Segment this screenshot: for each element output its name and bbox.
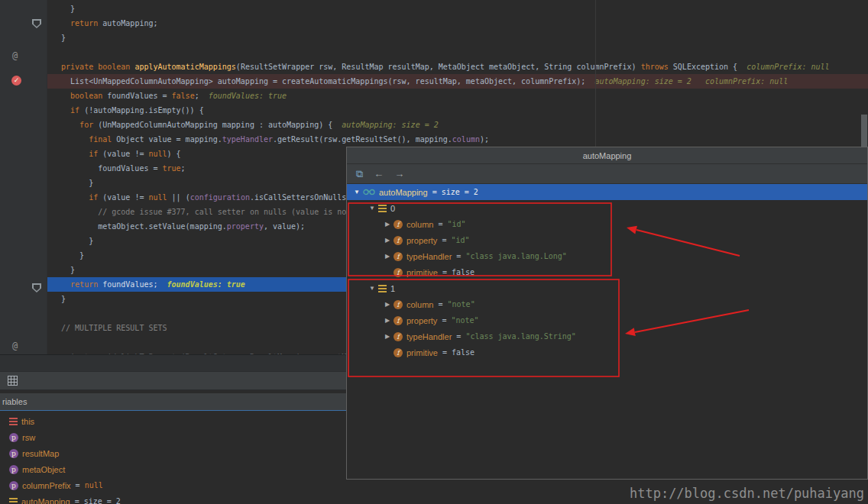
forward-icon[interactable]: →: [394, 169, 404, 179]
chevron-right-icon[interactable]: ▶: [381, 317, 394, 324]
chevron-right-icon[interactable]: ▶: [381, 221, 394, 228]
variable-name: primitive: [406, 268, 438, 277]
popup-title[interactable]: autoMapping: [347, 147, 867, 164]
code-text: (ResultSetWrapper rsw, ResultMap resultM…: [236, 63, 641, 71]
param-icon: p: [9, 433, 18, 442]
fold-marker-icon: [32, 283, 41, 292]
chevron-down-icon[interactable]: ▼: [366, 285, 378, 292]
chevron-down-icon[interactable]: ▼: [351, 189, 363, 195]
variable-name: 1: [390, 284, 395, 293]
inline-debug-value: foundValues: true: [209, 92, 287, 100]
equals-sign: =: [438, 348, 452, 357]
inspect-icon[interactable]: ⧉: [356, 169, 363, 179]
code-text: foundValues =: [102, 92, 171, 100]
code-text: private: [52, 63, 93, 71]
variable-value: "id": [451, 236, 469, 244]
code-text: foundValues =: [52, 164, 163, 173]
code-text: Object value = mapping.: [112, 135, 222, 144]
variable-value: size = 2: [84, 497, 121, 504]
field-icon: f: [394, 252, 403, 261]
code-text: SQLException {: [669, 63, 747, 71]
tree-node-typeHandler[interactable]: ▶ftypeHandler = "class java.lang.Long": [347, 248, 867, 264]
code-line[interactable]: if (!autoMapping.isEmpty()) {: [0, 103, 868, 118]
tree-node-property[interactable]: ▶fproperty = "note": [347, 312, 867, 328]
code-line[interactable]: return autoMapping;: [0, 16, 868, 31]
breakpoint-icon[interactable]: ✓: [11, 76, 21, 86]
variable-name: column: [406, 220, 433, 229]
chevron-down-icon[interactable]: ▼: [366, 205, 378, 212]
scrollbar-thumb[interactable]: [861, 115, 867, 148]
code-text: typeHandler: [222, 135, 273, 144]
code-text: }: [52, 266, 75, 274]
param-icon: p: [9, 465, 18, 474]
code-text: ;: [195, 92, 209, 100]
code-text: if: [52, 150, 98, 158]
chevron-right-icon[interactable]: ▶: [381, 301, 394, 308]
equals-sign: =: [71, 481, 85, 489]
code-text: (!autoMapping.isEmpty()) {: [79, 106, 204, 115]
inline-debug-value: autoMapping: size = 2 columnPrefix: null: [594, 77, 788, 86]
equals-sign: =: [437, 316, 451, 325]
field-icon: f: [394, 268, 403, 277]
list-icon: [9, 498, 18, 504]
code-text: );: [480, 135, 489, 144]
list-icon: [378, 285, 387, 292]
code-text: (value !=: [98, 150, 148, 158]
code-line[interactable]: boolean foundValues = false; foundValues…: [0, 89, 868, 103]
code-line[interactable]: }: [0, 2, 868, 16]
code-text: ) {: [167, 150, 181, 158]
code-text: .getResult(rsw.getResultSet(), mapping.: [273, 135, 452, 144]
ide-window: } return autoMapping; } private boolean …: [0, 0, 868, 504]
variable-name: this: [21, 417, 34, 426]
code-line[interactable]: List<UnMappedColumnAutoMapping> autoMapp…: [0, 74, 868, 89]
layout-grid-icon[interactable]: [8, 376, 18, 386]
field-icon: f: [394, 332, 403, 341]
code-text: property: [227, 222, 264, 231]
code-text: return: [52, 19, 98, 27]
tree-node-column[interactable]: ▶fcolumn = "id": [347, 216, 867, 232]
tree-node-1[interactable]: ▼1: [347, 280, 867, 296]
code-line[interactable]: }: [0, 31, 868, 45]
fold-marker-icon: [32, 19, 41, 28]
chevron-right-icon[interactable]: ▶: [381, 253, 394, 260]
code-text: }: [52, 295, 66, 303]
equals-sign: =: [433, 220, 447, 228]
variable-name: column: [406, 300, 433, 309]
code-text: column: [452, 135, 480, 144]
value-icon: [9, 418, 18, 425]
code-line[interactable]: final Object value = mapping.typeHandler…: [0, 132, 868, 147]
variable-value: "class java.lang.Long": [465, 252, 566, 260]
chevron-right-icon[interactable]: ▶: [381, 333, 394, 340]
variable-name: typeHandler: [406, 252, 452, 261]
tree-node-primitive[interactable]: fprimitive = false: [347, 264, 867, 280]
inline-debug-value: columnPrefix: null: [747, 63, 829, 71]
field-icon: f: [394, 348, 403, 357]
code-line[interactable]: private boolean applyAutomaticMappings(R…: [0, 60, 868, 74]
code-line[interactable]: [0, 45, 868, 60]
watermark: http://blog.csdn.net/puhaiyang: [630, 486, 864, 501]
code-text: return: [52, 280, 98, 289]
annotation-gutter-icon: @: [12, 50, 18, 61]
variable-name: typeHandler: [406, 332, 452, 341]
tree-node-property[interactable]: ▶fproperty = "id": [347, 232, 867, 248]
variables-tab-label: riables: [2, 397, 27, 406]
code-text: List<UnMappedColumnAutoMapping> autoMapp…: [52, 77, 594, 86]
tree-node-primitive[interactable]: fprimitive = false: [347, 344, 867, 360]
code-text: (UnMappedColumnAutoMapping mapping : aut…: [93, 121, 342, 129]
code-text: }: [52, 5, 75, 13]
tree-node-column[interactable]: ▶fcolumn = "note": [347, 296, 867, 312]
tree-node-typeHandler[interactable]: ▶ftypeHandler = "class java.lang.String": [347, 328, 867, 344]
variable-name: metaObject: [22, 465, 65, 474]
tree-node-autoMapping[interactable]: ▼autoMapping = size = 2: [347, 184, 867, 200]
field-icon: f: [394, 300, 403, 309]
code-text: metaObject.setValue(mapping.: [52, 222, 227, 231]
tree-node-0[interactable]: ▼0: [347, 200, 867, 216]
equals-sign: =: [433, 300, 447, 309]
code-text: configuration: [190, 193, 250, 202]
code-line[interactable]: for (UnMappedColumnAutoMapping mapping :…: [0, 118, 868, 132]
variable-name: resultMap: [22, 449, 59, 458]
back-icon[interactable]: ←: [374, 169, 384, 179]
equals-sign: =: [428, 188, 442, 196]
chevron-right-icon[interactable]: ▶: [381, 237, 394, 244]
variable-tree[interactable]: ▼autoMapping = size = 2▼0▶fcolumn = "id"…: [347, 184, 867, 360]
